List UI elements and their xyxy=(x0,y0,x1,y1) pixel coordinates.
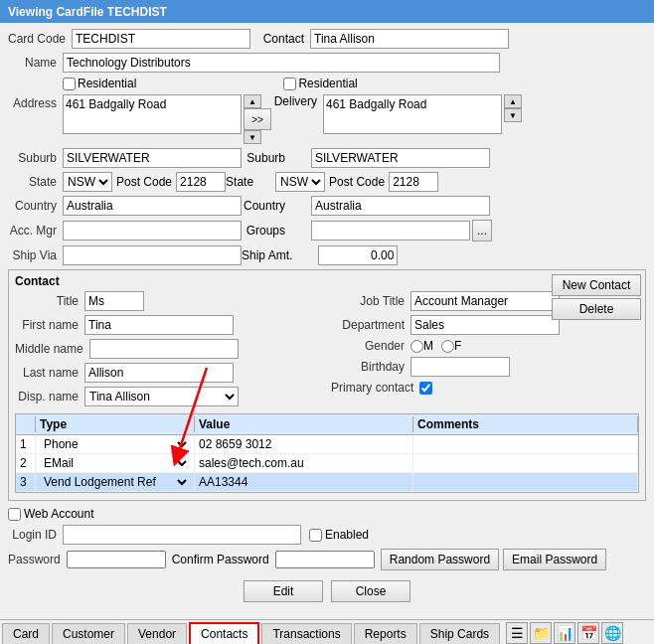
dispname-label: Disp. name xyxy=(15,390,84,403)
jobtitle-input[interactable] xyxy=(410,291,560,311)
address-scroll-down[interactable]: ▼ xyxy=(244,130,261,144)
gender-label: Gender xyxy=(331,339,410,353)
middlename-label: Middle name xyxy=(15,342,89,356)
login-id-input[interactable] xyxy=(63,525,301,545)
name-input[interactable] xyxy=(63,53,500,73)
email-password-button[interactable]: Email Password xyxy=(503,549,606,570)
enabled-checkbox[interactable] xyxy=(309,529,322,542)
title-input[interactable] xyxy=(84,291,144,311)
password-input[interactable] xyxy=(67,551,166,568)
password-label: Password xyxy=(8,553,67,566)
primary-contact-checkbox[interactable] xyxy=(419,382,432,395)
folder-icon[interactable]: 📁 xyxy=(530,622,552,644)
confirm-password-input[interactable] xyxy=(275,551,375,568)
country-input-2[interactable] xyxy=(311,196,490,216)
tab-bar: Card Customer Vendor Contacts Transactio… xyxy=(0,619,654,644)
contact-input[interactable] xyxy=(310,29,509,49)
row3-type-select[interactable]: Vend Lodgement Ref xyxy=(40,472,190,492)
card-code-label: Card Code xyxy=(8,32,72,46)
row3-comments xyxy=(413,473,638,491)
residential-label-1: Residential xyxy=(78,77,136,90)
row1-value[interactable]: 02 8659 3012 xyxy=(195,435,413,453)
row2-type-select[interactable]: EMail xyxy=(40,453,190,473)
chart-icon[interactable]: 📊 xyxy=(554,622,575,644)
tab-contacts[interactable]: Contacts xyxy=(189,622,259,644)
row3-type[interactable]: Vend Lodgement Ref xyxy=(36,473,195,491)
birthday-input[interactable] xyxy=(410,357,510,377)
suburb-input-1[interactable] xyxy=(63,148,242,168)
row1-type-select[interactable]: Phone xyxy=(40,434,190,454)
residential-checkbox-1[interactable] xyxy=(63,78,76,90)
delivery-scroll-up[interactable]: ▲ xyxy=(504,94,522,108)
firstname-input[interactable] xyxy=(84,315,234,335)
title-bar: Viewing CardFile TECHDIST xyxy=(0,0,654,23)
state-select-1[interactable]: NSW xyxy=(63,172,112,192)
toolbar-icons: ☰ 📁 📊 📅 🌐 xyxy=(506,622,623,644)
middlename-input[interactable] xyxy=(89,339,239,359)
country-input-1[interactable] xyxy=(63,196,242,216)
tab-vendor[interactable]: Vendor xyxy=(127,623,187,644)
department-input[interactable] xyxy=(410,315,560,335)
row1-type[interactable]: Phone xyxy=(36,435,195,453)
new-contact-button[interactable]: New Contact xyxy=(552,274,641,296)
delete-button[interactable]: Delete xyxy=(552,298,641,320)
edit-button[interactable]: Edit xyxy=(244,580,323,602)
tab-card[interactable]: Card xyxy=(2,623,50,644)
gender-f-radio[interactable] xyxy=(441,340,454,353)
table-row-selected[interactable]: 3 Vend Lodgement Ref AA13344 xyxy=(16,473,638,492)
row3-value[interactable]: AA13344 xyxy=(195,473,413,491)
tab-ship-cards[interactable]: Ship Cards xyxy=(419,623,500,644)
tab-reports[interactable]: Reports xyxy=(354,623,417,644)
contact-label: Contact xyxy=(250,32,310,46)
table-row[interactable]: 2 EMail sales@tech.com.au xyxy=(16,454,638,473)
delivery-input[interactable]: 461 Badgally Road xyxy=(323,94,502,134)
table-header: Type Value Comments xyxy=(16,414,638,435)
dispname-input[interactable]: Tina Allison xyxy=(84,387,239,406)
web-account-label: Web Account xyxy=(24,507,94,521)
web-account-section: Web Account Login ID Enabled Password Co… xyxy=(8,505,646,576)
groups-btn[interactable]: ... xyxy=(472,220,492,242)
gender-m-radio[interactable] xyxy=(410,340,423,353)
address-input[interactable]: 461 Badgally Road xyxy=(63,94,242,134)
action-buttons: Edit Close xyxy=(8,580,646,602)
list-icon[interactable]: ☰ xyxy=(506,622,528,644)
close-button[interactable]: Close xyxy=(331,580,410,602)
postcode-input-1[interactable] xyxy=(176,172,226,192)
state-select-2[interactable]: NSW xyxy=(275,172,325,192)
table-row[interactable]: 1 Phone 02 8659 3012 xyxy=(16,435,638,454)
address-scroll-up[interactable]: ▲ xyxy=(244,94,261,108)
state-label-2: State xyxy=(226,175,259,189)
gender-m-label: M xyxy=(423,339,433,353)
suburb-label-2: Suburb xyxy=(242,151,291,165)
delivery-scroll-down[interactable]: ▼ xyxy=(504,108,522,122)
title-label: Title xyxy=(15,294,84,308)
tab-customer[interactable]: Customer xyxy=(52,623,125,644)
col-comments-header: Comments xyxy=(413,416,638,432)
web-account-checkbox[interactable] xyxy=(8,508,21,521)
address-copy-btn[interactable]: >> xyxy=(244,108,271,130)
tab-transactions[interactable]: Transactions xyxy=(261,623,351,644)
login-id-label: Login ID xyxy=(8,528,63,542)
random-password-button[interactable]: Random Password xyxy=(381,549,499,570)
card-code-input[interactable] xyxy=(72,29,250,49)
enabled-label: Enabled xyxy=(325,528,369,542)
name-label: Name xyxy=(8,56,63,70)
lastname-input[interactable] xyxy=(84,363,234,383)
country-label-2: Country xyxy=(242,199,291,213)
globe-icon[interactable]: 🌐 xyxy=(601,622,623,644)
groups-input[interactable] xyxy=(311,221,470,241)
acc-mgr-input[interactable] xyxy=(63,221,242,241)
postcode-input-2[interactable] xyxy=(389,172,438,192)
residential-label-2: Residential xyxy=(298,77,357,90)
residential-checkbox-2[interactable] xyxy=(283,78,296,90)
row2-type[interactable]: EMail xyxy=(36,454,195,472)
calendar-icon[interactable]: 📅 xyxy=(577,622,599,644)
ship-via-input[interactable] xyxy=(63,245,242,265)
row2-value[interactable]: sales@tech.com.au xyxy=(195,454,413,472)
contact-action-buttons: New Contact Delete xyxy=(552,274,641,320)
suburb-input-2[interactable] xyxy=(311,148,490,168)
row3-num: 3 xyxy=(16,473,36,491)
col-type-header: Type xyxy=(36,416,195,432)
ship-amt-input[interactable] xyxy=(318,245,398,265)
row2-comments xyxy=(413,454,638,472)
